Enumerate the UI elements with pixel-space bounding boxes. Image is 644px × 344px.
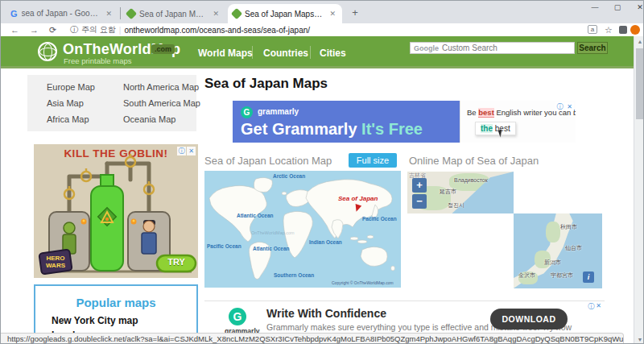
label-sea-of-japan: Sea of Japan <box>338 195 378 202</box>
nav-countries[interactable]: Countries <box>263 48 308 59</box>
download-button[interactable]: DOWNLOAD <box>490 309 568 329</box>
page-scrollbar[interactable]: ▲ ▼ <box>634 36 644 344</box>
link-new-york-city-map[interactable]: New York City map <box>52 315 138 326</box>
status-bar: https://googleads.g.doubleclick.net/aclk… <box>1 333 624 344</box>
translate-icon[interactable]: a <box>588 25 597 34</box>
ad-info-icon[interactable]: ⓘ <box>588 302 594 311</box>
scroll-up-icon[interactable]: ▲ <box>634 36 644 47</box>
ad-close-icon[interactable]: ✕ <box>596 302 601 311</box>
label-south-atlantic: Atlantic Ocean <box>253 246 290 251</box>
suggestion-card[interactable]: the best <box>475 122 516 135</box>
zoom-in-button[interactable]: + <box>412 178 427 193</box>
label-pacific-east: Pacific Ocean <box>362 216 397 222</box>
try-button[interactable]: TRY <box>157 257 196 267</box>
page-title: Sea of Japan Maps <box>204 76 328 92</box>
ad-choices[interactable]: ⓘ ✕ <box>555 102 574 111</box>
grammarly-banner-ad[interactable]: G grammarly Get Grammarly It's Free Be b… <box>233 101 576 143</box>
map-label: 秋田市 <box>560 223 577 231</box>
map-watermark: OnTheWorldMap.com <box>251 230 295 235</box>
link-africa-map[interactable]: Africa Map <box>47 114 89 124</box>
tab-sea-of-japan-1[interactable]: Sea of Japan Maps | Maps of S ✕ <box>122 4 225 23</box>
back-icon[interactable]: ← <box>10 25 19 35</box>
nav-divider <box>252 46 253 59</box>
tab-title: sea of Japan - Google 검색 <box>22 8 101 19</box>
google-logo: Google <box>414 44 439 52</box>
new-tab-button[interactable]: + <box>349 6 361 19</box>
link-asia-map[interactable]: Asia Map <box>47 98 84 108</box>
address-bar[interactable]: ⓘ 주의 요함 | ontheworldmap.com/oceans-and-s… <box>70 24 521 35</box>
ad-info-icon[interactable]: ⓘ <box>555 102 564 111</box>
address-separator: | <box>119 26 122 35</box>
google-favicon-icon: G <box>10 9 18 19</box>
site-favicon-icon <box>231 8 242 19</box>
link-europe-map[interactable]: Europe Map <box>47 82 95 92</box>
label-north-atlantic: Atlantic Ocean <box>237 213 274 218</box>
tab-title: Sea of Japan Maps | Maps of S <box>245 10 324 19</box>
nav-cities[interactable]: Cities <box>320 48 346 59</box>
tab-title: Sea of Japan Maps | Maps of S <box>139 10 207 19</box>
scrollbar-thumb[interactable] <box>636 48 644 119</box>
forward-icon[interactable]: → <box>30 25 39 35</box>
map-label: Владивосток <box>454 177 488 183</box>
brand-suffix-badge: .com <box>151 44 175 54</box>
site-favicon-icon <box>126 8 137 19</box>
headline-accent: It's Free <box>361 120 423 138</box>
zoom-out-button[interactable]: − <box>412 194 427 209</box>
map-terrain-patch <box>546 222 560 242</box>
link-south-america-map[interactable]: South America Map <box>123 98 200 108</box>
minimize-button[interactable]: — <box>584 1 606 15</box>
label-southern-ocean: Southern Ocean <box>274 272 314 278</box>
search-placeholder: Custom Search <box>442 44 497 52</box>
tab-sea-of-japan-2-active[interactable]: Sea of Japan Maps | Maps of S ✕ <box>228 4 342 23</box>
label-pacific-west: Pacific Ocean <box>207 243 242 249</box>
profile-avatar[interactable] <box>630 25 640 35</box>
globe-logo-icon[interactable] <box>38 42 57 61</box>
sentence-highlight: best <box>478 108 494 118</box>
online-map-heading: Online Map of Sea of Japan <box>409 155 539 167</box>
map-label: 청진시 <box>448 201 464 209</box>
tab-google-search[interactable]: G sea of Japan - Google 검색 ✕ <box>6 4 118 23</box>
browser-window: G sea of Japan - Google 검색 ✕ Sea of Japa… <box>0 0 644 344</box>
map-label: 延吉市 <box>440 188 456 196</box>
headline-main: Get Grammarly <box>241 120 361 138</box>
online-map-tile-japan[interactable]: 秋田市 仙台市 新潟市 宇都宮市 金沢市 i <box>514 213 602 288</box>
ad-close-icon[interactable]: ✕ <box>565 102 574 111</box>
map-label: 仙台市 <box>565 244 582 252</box>
extension-icon[interactable] <box>619 26 627 34</box>
map-label: 新潟市 <box>544 259 561 267</box>
tab-close-icon[interactable]: ✕ <box>328 10 337 18</box>
banner-headline: Get Grammarly It's Free <box>241 120 423 139</box>
suggestion-highlight: the <box>481 124 493 133</box>
link-oceania-map[interactable]: Oceania Map <box>123 114 175 124</box>
goblin-game-ad[interactable]: KILL THE GOBLIN! ⓘ ✕ <box>34 144 198 278</box>
grammarly-logo-icon: G <box>241 106 253 118</box>
nav-divider <box>310 46 311 59</box>
ad-choices[interactable]: ⓘ ✕ <box>588 302 601 311</box>
label-arctic-ocean: Arctic Ocean <box>273 173 305 179</box>
tab-close-icon[interactable]: ✕ <box>211 10 221 18</box>
bookmark-star-icon[interactable]: ☆ <box>605 25 613 35</box>
maximize-button[interactable]: ▢ <box>606 1 629 15</box>
grammarly-logo-icon: G <box>229 308 246 325</box>
bottom-ad-headline: Write With Confidence <box>266 307 386 320</box>
sentence-pre: Be <box>467 108 478 117</box>
page-info-icon[interactable]: ⓘ <box>70 24 78 35</box>
popular-maps-title: Popular maps <box>35 296 196 309</box>
full-size-button[interactable]: Full size <box>349 153 397 168</box>
scroll-down-icon[interactable]: ▼ <box>634 334 644 344</box>
grammarly-brand: grammarly <box>258 107 299 116</box>
label-indian-ocean: Indian Ocean <box>309 239 342 245</box>
map-label: 金沢市 <box>518 271 535 280</box>
map-info-button[interactable]: i <box>583 271 594 283</box>
link-north-america-map[interactable]: North America Map <box>123 82 199 92</box>
search-button[interactable]: Search <box>577 42 608 54</box>
nav-world-maps[interactable]: World Maps <box>198 48 253 59</box>
close-window-button[interactable]: ✕ <box>629 1 644 15</box>
search-input[interactable]: Google Custom Search <box>410 42 575 54</box>
site-tagline: Free printable maps <box>64 56 131 65</box>
world-location-map[interactable]: Arctic Ocean Atlantic Ocean Pacific Ocea… <box>204 171 401 288</box>
reload-icon[interactable]: ⟳ <box>49 25 56 35</box>
tab-close-icon[interactable]: ✕ <box>104 10 114 18</box>
security-label: 주의 요함 <box>81 24 116 35</box>
online-map-tile-north[interactable]: 吉林省 Владивосток 延吉市 청진시 + − <box>407 172 514 213</box>
